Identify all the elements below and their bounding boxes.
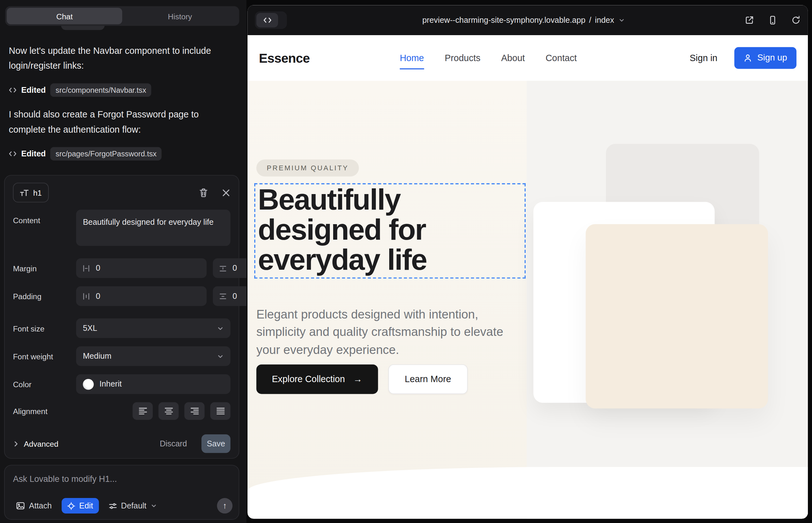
color-select[interactable]: Inherit — [76, 374, 230, 394]
chat-message: I should also create a Forgot Password p… — [9, 107, 232, 137]
hero-heading[interactable]: Beautifully designed for everyday life — [255, 184, 486, 274]
alignment-field-row: Alignment — [13, 402, 231, 420]
preview-browser-frame: preview--charming-site-symphony.lovable.… — [248, 5, 808, 519]
type-icon — [20, 189, 29, 196]
code-icon — [9, 150, 17, 157]
font-size-value: 5XL — [83, 324, 97, 333]
preview-page-name: index — [595, 16, 614, 25]
discard-button[interactable]: Discard — [157, 438, 190, 449]
composer-toolbar: Attach Edit Default — [13, 498, 232, 513]
preview-url: preview--charming-site-symphony.lovable.… — [422, 16, 585, 25]
site-logo[interactable]: Essence — [259, 50, 310, 65]
edited-label: Edited — [21, 86, 46, 95]
image-icon — [16, 502, 25, 510]
chevron-down-icon — [217, 353, 224, 359]
padding-x-icon — [82, 292, 90, 300]
align-left-icon — [138, 407, 147, 415]
chevron-down-icon — [619, 17, 625, 23]
margin-y-input[interactable] — [231, 263, 246, 273]
mobile-view-icon[interactable] — [768, 16, 777, 25]
selected-element-outline[interactable]: Beautifully designed for everyday life — [254, 183, 526, 278]
sign-up-button[interactable]: Sign up — [735, 47, 796, 69]
arrow-up-icon: ↑ — [223, 501, 227, 510]
close-editor-button[interactable] — [222, 188, 231, 197]
lovable-app: Chat History Now let's update the Navbar… — [0, 0, 812, 523]
send-button[interactable]: ↑ — [217, 498, 232, 513]
color-field-row: Color Inherit — [13, 374, 231, 394]
explore-collection-button[interactable]: Explore Collection → — [256, 364, 378, 394]
font-size-select[interactable]: 5XL — [76, 319, 230, 338]
advanced-label: Advanced — [24, 439, 58, 448]
edit-mode-label: Edit — [79, 501, 93, 510]
chat-composer: Attach Edit Default — [4, 465, 239, 520]
edited-file-row: Edited src/pages/ForgotPassword.tsx — [9, 147, 162, 161]
sign-in-button[interactable]: Sign in — [687, 52, 721, 64]
hero-bottom-curve — [248, 467, 808, 519]
chat-message: Now let's update the Navbar component to… — [9, 43, 232, 73]
align-right-button[interactable] — [184, 402, 205, 420]
crosshair-icon — [67, 502, 75, 510]
code-icon — [256, 13, 278, 28]
font-weight-select[interactable]: Medium — [76, 346, 230, 366]
topbar-actions — [744, 16, 800, 25]
nav-link-home[interactable]: Home — [400, 53, 424, 63]
element-editor-panel: h1 Content Beautifully designed — [4, 175, 239, 459]
file-chip-forgot-password[interactable]: src/pages/ForgotPassword.tsx — [50, 147, 162, 161]
element-tag-badge[interactable]: h1 — [13, 183, 49, 202]
margin-x-input[interactable] — [95, 263, 200, 273]
panel-tabs: Chat History — [5, 6, 239, 26]
model-selector[interactable]: Default — [105, 501, 160, 511]
composer-input[interactable] — [12, 474, 234, 484]
save-button[interactable]: Save — [201, 434, 231, 453]
chevron-down-icon — [151, 503, 157, 509]
content-input[interactable]: Beautifully designed for everyday life — [76, 210, 230, 246]
hero-badge: PREMIUM QUALITY — [256, 160, 359, 177]
learn-more-button[interactable]: Learn More — [388, 364, 468, 394]
attach-label: Attach — [29, 501, 52, 510]
site-navbar: Essence Home Products About Contact Sign… — [248, 35, 808, 81]
font-weight-value: Medium — [83, 351, 111, 361]
open-in-new-tab-icon[interactable] — [744, 16, 754, 25]
code-view-toggle[interactable] — [255, 12, 287, 29]
model-selector-label: Default — [121, 501, 146, 510]
advanced-toggle[interactable]: Advanced — [13, 439, 58, 448]
align-justify-button[interactable] — [210, 402, 231, 420]
element-tag-label: h1 — [33, 188, 42, 197]
editor-header: h1 — [5, 175, 239, 210]
hero-description: Elegant products designed with intention… — [256, 305, 508, 359]
content-field-row: Content Beautifully designed for everyda… — [13, 210, 231, 246]
align-center-button[interactable] — [158, 402, 179, 420]
file-chip-navbar[interactable]: src/components/Navbar.tsx — [50, 83, 152, 97]
padding-label: Padding — [13, 292, 76, 301]
close-icon — [222, 188, 231, 197]
edit-mode-button[interactable]: Edit — [62, 498, 99, 513]
margin-label: Margin — [13, 264, 76, 273]
preview-url-bar[interactable]: preview--charming-site-symphony.lovable.… — [422, 16, 625, 25]
nav-auth-actions: Sign in Sign up — [687, 47, 796, 69]
padding-y-input[interactable] — [231, 291, 246, 301]
font-weight-label: Font weight — [13, 352, 76, 361]
margin-x-field — [76, 258, 207, 278]
refresh-icon[interactable] — [791, 16, 800, 25]
nav-link-products[interactable]: Products — [445, 53, 480, 63]
edited-file-row: Edited src/components/Navbar.tsx — [9, 83, 152, 97]
margin-y-icon — [219, 264, 227, 272]
delete-element-button[interactable] — [199, 188, 208, 198]
chevron-right-icon — [13, 440, 19, 447]
attach-button[interactable]: Attach — [13, 501, 55, 511]
align-right-icon — [190, 407, 199, 415]
site-hero-section: PREMIUM QUALITY Beautifully designed for… — [248, 81, 808, 519]
padding-x-input[interactable] — [95, 291, 200, 301]
padding-field-row: Padding — [13, 286, 231, 306]
tab-chat[interactable]: Chat — [7, 8, 122, 24]
alignment-label: Alignment — [13, 407, 76, 415]
preview-topbar: preview--charming-site-symphony.lovable.… — [248, 5, 808, 35]
tab-history[interactable]: History — [122, 8, 238, 24]
site-viewport: Essence Home Products About Contact Sign… — [248, 35, 808, 519]
align-left-button[interactable] — [133, 402, 153, 420]
nav-link-contact[interactable]: Contact — [546, 53, 577, 63]
padding-y-field — [213, 286, 246, 306]
sliders-icon — [109, 502, 117, 510]
edited-label: Edited — [21, 149, 46, 158]
nav-link-about[interactable]: About — [501, 53, 525, 63]
